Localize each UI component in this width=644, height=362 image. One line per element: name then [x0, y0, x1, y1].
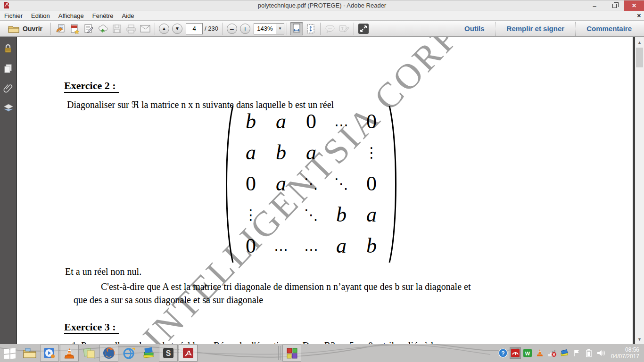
close-button[interactable]: ✕ — [624, 0, 644, 11]
file-explorer-icon[interactable] — [20, 345, 39, 362]
matrix-cell: … — [304, 239, 318, 253]
zoom-out-button[interactable]: – — [227, 24, 237, 34]
fit-page-button[interactable] — [304, 22, 317, 35]
paperclip-icon[interactable] — [3, 83, 13, 93]
w-app-icon[interactable]: W — [522, 347, 533, 359]
svg-text:T: T — [341, 26, 344, 31]
matrix-cell: ⋱ — [334, 177, 348, 191]
save-button[interactable] — [110, 22, 124, 35]
matrix-cell: … — [334, 115, 348, 129]
matrix-cell: 0 — [366, 111, 377, 132]
fit-width-button[interactable] — [290, 22, 303, 35]
text-edit-icon: T — [339, 24, 350, 33]
create-pdf-button[interactable] — [68, 22, 81, 35]
window-title: polytechnique.pdf (PROTEGE) - Adobe Read… — [0, 2, 644, 9]
minimize-button[interactable]: – — [585, 0, 604, 11]
matrix-cell: a — [246, 142, 256, 163]
start-button[interactable] — [0, 345, 19, 362]
matrix-cell: ⋮ — [364, 146, 379, 160]
share-document-button[interactable] — [54, 22, 67, 35]
internet-explorer-icon[interactable] — [119, 345, 138, 362]
sign-document-button[interactable] — [82, 22, 95, 35]
document-page[interactable]: INTELLIGENTSIA CORP Exercice 2 : Diagona… — [17, 37, 633, 344]
lock-icon[interactable] — [3, 44, 13, 53]
books-icon[interactable] — [139, 345, 158, 362]
menu-edition[interactable]: Edition — [27, 11, 54, 20]
notes-icon[interactable] — [80, 345, 99, 362]
fill-sign-button[interactable]: Remplir et signer — [498, 25, 573, 33]
close-document-button[interactable]: ✕ — [637, 13, 641, 19]
next-page-button[interactable]: ▼ — [172, 24, 182, 34]
tools-button[interactable]: Outils — [456, 25, 493, 33]
print-icon — [126, 24, 136, 33]
speaker-icon[interactable] — [595, 347, 607, 359]
menu-aide[interactable]: Aide — [118, 11, 139, 20]
matrix-cell: b — [366, 236, 377, 256]
matrix-cell: a — [276, 111, 286, 132]
cloud-upload-button[interactable] — [96, 22, 109, 35]
clock-date: 04/07/2017 — [611, 353, 639, 360]
minus-icon: – — [230, 25, 234, 32]
zoom-level-select[interactable]: 143% ▼ — [254, 23, 284, 34]
system-tray: ? W — [497, 344, 644, 362]
menu-fichier[interactable]: Fichier — [0, 11, 27, 20]
print-button[interactable] — [124, 22, 138, 35]
menu-fenetre[interactable]: Fenêtre — [88, 11, 118, 20]
open-button[interactable]: Ouvrir — [3, 22, 48, 35]
sign-document-icon — [83, 24, 94, 34]
menu-affichage[interactable]: Affichage — [54, 11, 88, 20]
network-offline-icon[interactable] — [546, 347, 558, 359]
firefox-icon[interactable] — [99, 345, 118, 362]
save-icon — [112, 24, 122, 33]
fullscreen-icon — [358, 23, 369, 34]
previous-page-button[interactable]: ▲ — [159, 24, 169, 34]
media-player-icon[interactable] — [40, 345, 59, 362]
vlc-icon[interactable] — [60, 345, 79, 362]
zoom-in-button[interactable]: + — [240, 24, 250, 34]
comment-bubble-button[interactable] — [323, 22, 337, 35]
pages-icon[interactable] — [3, 64, 13, 73]
matrix-cell: b — [336, 205, 347, 225]
matrix-cell: ⋱ — [304, 208, 318, 222]
vertical-scrollbar[interactable]: ▲ ▼ — [635, 37, 644, 344]
text-annotation-button[interactable]: T — [338, 22, 351, 35]
tray-clock[interactable]: 08:56 04/07/2017 — [611, 346, 639, 360]
open-button-label: Ouvrir — [23, 25, 42, 33]
restore-button[interactable] — [604, 0, 624, 11]
page-number-input[interactable] — [186, 23, 203, 34]
layers-icon[interactable] — [3, 103, 13, 113]
matrix-right-paren — [388, 104, 400, 264]
svg-text:?: ? — [501, 350, 504, 357]
svg-text:S: S — [166, 349, 171, 357]
comment-button[interactable]: Commentaire — [578, 25, 640, 33]
page-total-label: / 230 — [205, 25, 218, 32]
toolbar-separator — [354, 23, 354, 35]
blocks-app-icon[interactable] — [282, 345, 301, 362]
matrix-cell: 0 — [366, 173, 377, 194]
restore-icon — [612, 4, 617, 8]
battery-icon[interactable] — [583, 347, 594, 359]
avira-icon[interactable] — [510, 347, 521, 359]
zoom-level-value: 143% — [254, 25, 276, 32]
toolbar-separator — [495, 22, 496, 36]
matrix-cell: b — [246, 111, 256, 132]
help-icon[interactable]: ? — [497, 347, 509, 359]
fullscreen-button[interactable] — [357, 22, 370, 35]
dictionary-icon[interactable] — [559, 347, 570, 359]
scrollbar-thumb[interactable] — [636, 48, 643, 67]
scroll-down-button[interactable]: ▼ — [635, 335, 644, 343]
chevron-down-icon[interactable]: ▼ — [276, 24, 284, 34]
s-app-icon[interactable]: S — [159, 345, 178, 362]
matrix-cell: 0 — [246, 173, 256, 194]
vlc-tray-icon[interactable] — [534, 347, 545, 359]
email-button[interactable] — [139, 22, 152, 35]
matrix-cell: ⋱ — [304, 177, 318, 191]
flag-icon[interactable] — [571, 347, 582, 359]
body-line-c: que des a sur sa sous diagonale et sa su… — [74, 295, 263, 305]
adobe-reader-icon[interactable] — [179, 345, 198, 362]
title-bar: polytechnique.pdf (PROTEGE) - Adobe Read… — [0, 0, 644, 10]
scroll-up-button[interactable]: ▲ — [635, 38, 644, 46]
clock-time: 08:56 — [611, 346, 639, 353]
envelope-icon — [140, 25, 151, 33]
matrix-grid: ba0…0aba⋮0a⋱⋱0⋮⋱ba0……ab — [236, 106, 387, 263]
